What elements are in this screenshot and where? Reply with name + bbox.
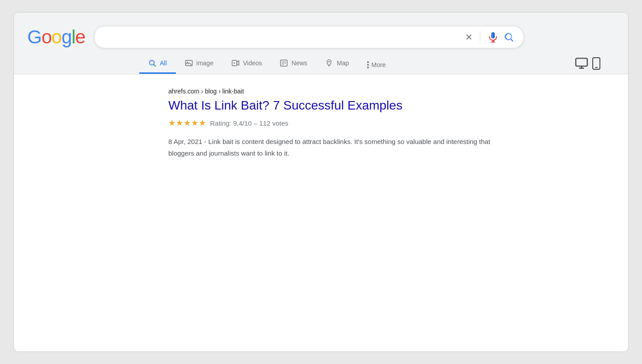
- star-rating: ★★★★★: [168, 118, 206, 128]
- search-input[interactable]: [102, 33, 463, 41]
- results-section: ahrefs.com › blog › link-bait What Is Li…: [14, 74, 628, 351]
- nav-tabs: All image: [139, 53, 394, 74]
- logo-letter-e: e: [75, 26, 85, 48]
- tab-image[interactable]: image: [176, 53, 223, 74]
- videos-tab-icon: [231, 59, 240, 67]
- image-tab-icon: [185, 59, 193, 67]
- video-play-icon: [231, 59, 240, 67]
- rating-row: ★★★★★ Rating: 9,4/10 – 112 votes: [168, 118, 615, 128]
- news-tab-icon: [280, 59, 288, 67]
- tab-more[interactable]: More: [358, 55, 395, 74]
- clear-icon: ✕: [465, 32, 473, 42]
- browser-window: Google ✕: [13, 12, 629, 352]
- result-title-link[interactable]: What Is Link Bait? 7 Successful Examples: [168, 97, 491, 114]
- all-search-icon: [148, 59, 156, 67]
- result-snippet: 8 Apr, 2021 - Link bait is content desig…: [168, 136, 491, 159]
- search-magnifier-icon: [504, 32, 514, 42]
- nav-section: All image: [27, 53, 615, 74]
- clear-button[interactable]: ✕: [463, 30, 475, 44]
- tab-image-label: image: [197, 59, 214, 67]
- top-section: Google ✕: [14, 13, 628, 74]
- device-icons: [575, 53, 601, 72]
- image-icon: [185, 59, 193, 67]
- svg-point-9: [329, 61, 330, 63]
- search-bar-container: ✕: [94, 26, 524, 48]
- tab-map[interactable]: Map: [316, 53, 358, 74]
- more-dots-icon: [367, 61, 369, 68]
- logo-letter-G: G: [27, 26, 42, 48]
- logo-letter-g: g: [61, 26, 71, 48]
- header-row: Google ✕: [27, 26, 615, 48]
- svg-line-1: [154, 64, 155, 66]
- map-pin-icon: [325, 59, 333, 67]
- divider: [480, 31, 480, 43]
- search-tab-icon: [148, 59, 156, 67]
- logo-letter-o2: o: [51, 26, 61, 48]
- tab-videos-label: Videos: [243, 59, 262, 67]
- microphone-button[interactable]: [486, 30, 500, 44]
- google-logo: Google: [27, 26, 85, 48]
- tab-news-label: News: [291, 59, 307, 67]
- logo-letter-o1: o: [42, 26, 51, 48]
- mobile-icon: [591, 57, 601, 72]
- search-bar: ✕: [94, 26, 524, 48]
- search-icons: ✕: [463, 30, 516, 44]
- svg-rect-10: [576, 58, 587, 66]
- newspaper-icon: [280, 59, 288, 67]
- tab-more-label: More: [372, 61, 386, 68]
- breadcrumb: ahrefs.com › blog › link-bait: [168, 88, 615, 95]
- map-tab-icon: [325, 59, 333, 67]
- tab-map-label: Map: [337, 59, 349, 67]
- tab-videos[interactable]: Videos: [223, 53, 271, 74]
- tab-all[interactable]: All: [139, 53, 176, 74]
- search-button[interactable]: [502, 30, 516, 44]
- desktop-icon: [575, 57, 588, 72]
- microphone-icon: [488, 32, 498, 42]
- logo-letter-l: l: [72, 26, 75, 48]
- tab-news[interactable]: News: [271, 53, 316, 74]
- rating-text: Rating: 9,4/10 – 112 votes: [210, 119, 288, 127]
- tab-all-label: All: [160, 59, 167, 67]
